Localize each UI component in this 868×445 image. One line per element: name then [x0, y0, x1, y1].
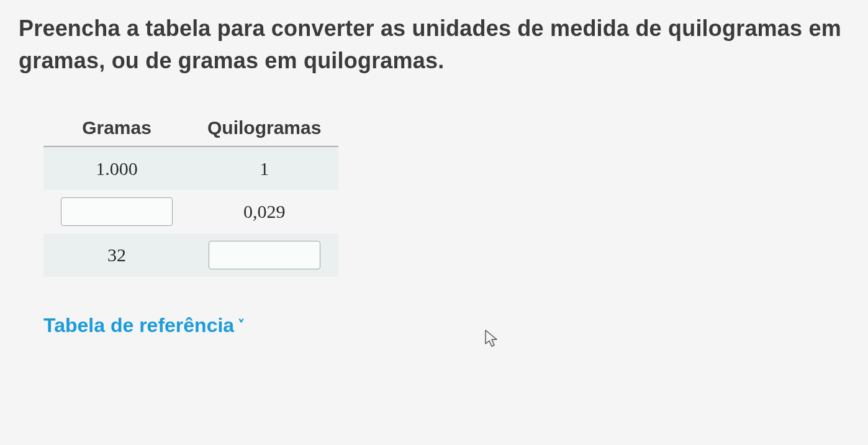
cell-gramas-3: 32: [43, 233, 190, 277]
cell-value: 32: [107, 245, 126, 265]
quilogramas-input[interactable]: [209, 241, 320, 269]
conversion-table: Gramas Quilogramas 1.000 1 0,029 32: [43, 111, 338, 277]
cell-gramas-1: 1.000: [43, 146, 190, 190]
header-gramas: Gramas: [43, 111, 190, 146]
conversion-table-wrap: Gramas Quilogramas 1.000 1 0,029 32: [43, 111, 849, 277]
reference-table-toggle[interactable]: Tabela de referência ˅: [43, 314, 245, 337]
instruction-text: Preencha a tabela para converter as unid…: [19, 12, 849, 77]
gramas-input[interactable]: [61, 197, 173, 226]
reference-label: Tabela de referência: [43, 314, 234, 337]
cursor-icon: [484, 329, 499, 349]
chevron-down-icon: ˅: [238, 318, 245, 334]
cell-quilogramas-2: 0,029: [190, 190, 338, 233]
table-row: 1.000 1: [43, 146, 338, 190]
cell-quilogramas-1: 1: [190, 146, 338, 190]
cell-value: 1.000: [96, 158, 138, 179]
cell-quilogramas-3: [190, 233, 338, 277]
table-row: 0,029: [43, 190, 338, 233]
cell-value: 0,029: [243, 201, 286, 222]
cell-value: 1: [260, 158, 269, 179]
table-row: 32: [43, 233, 338, 277]
header-quilogramas: Quilogramas: [190, 111, 338, 146]
cell-gramas-2: [43, 190, 190, 233]
